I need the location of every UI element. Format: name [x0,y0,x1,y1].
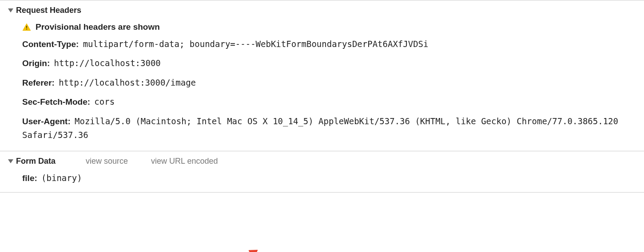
request-headers-section: Request Headers Provisional headers are … [0,0,644,151]
form-row-file: file: (binary) [22,170,644,186]
view-source-link[interactable]: view source [86,157,128,166]
header-key: User-Agent: [22,117,71,126]
form-value: (binary) [41,173,82,183]
header-row-user-agent: User-Agent: Mozilla/5.0 (Macintosh; Inte… [22,112,644,145]
view-url-encoded-link[interactable]: view URL encoded [151,157,218,166]
form-data-title: Form Data [16,157,56,166]
svg-rect-0 [26,26,27,28]
provisional-warning-text: Provisional headers are shown [36,22,160,32]
disclosure-triangle-icon [8,159,13,163]
header-key: Referer: [22,78,55,87]
network-panel: Request Headers Provisional headers are … [0,0,644,193]
header-value: http://localhost:3000/image [59,78,196,87]
form-key: file: [22,173,37,183]
warning-icon [22,23,31,31]
svg-rect-1 [26,29,27,30]
header-row-origin: Origin: http://localhost:3000 [22,54,644,73]
header-row-referer: Referer: http://localhost:3000/image [22,73,644,92]
form-data-body: file: (binary) [0,168,644,189]
header-row-content-type: Content-Type: multipart/form-data; bound… [22,35,644,54]
form-data-section: Form Data view source view URL encoded f… [0,151,644,192]
request-headers-header[interactable]: Request Headers [0,4,644,17]
header-key: Content-Type: [22,39,79,49]
request-headers-title: Request Headers [16,6,81,15]
form-data-header[interactable]: Form Data view source view URL encoded [0,155,644,168]
header-value: cors [94,97,115,106]
request-headers-body: Provisional headers are shown Content-Ty… [0,17,644,147]
header-key: Sec-Fetch-Mode: [22,97,90,106]
header-value: http://localhost:3000 [54,58,161,68]
provisional-warning-row: Provisional headers are shown [22,20,644,35]
disclosure-triangle-icon [8,8,13,12]
header-key: Origin: [22,59,50,68]
header-value: multipart/form-data; boundary=----WebKit… [83,39,429,49]
header-row-sec-fetch-mode: Sec-Fetch-Mode: cors [22,92,644,111]
form-data-links: view source view URL encoded [86,157,218,166]
header-value: Mozilla/5.0 (Macintosh; Intel Mac OS X 1… [22,116,618,140]
